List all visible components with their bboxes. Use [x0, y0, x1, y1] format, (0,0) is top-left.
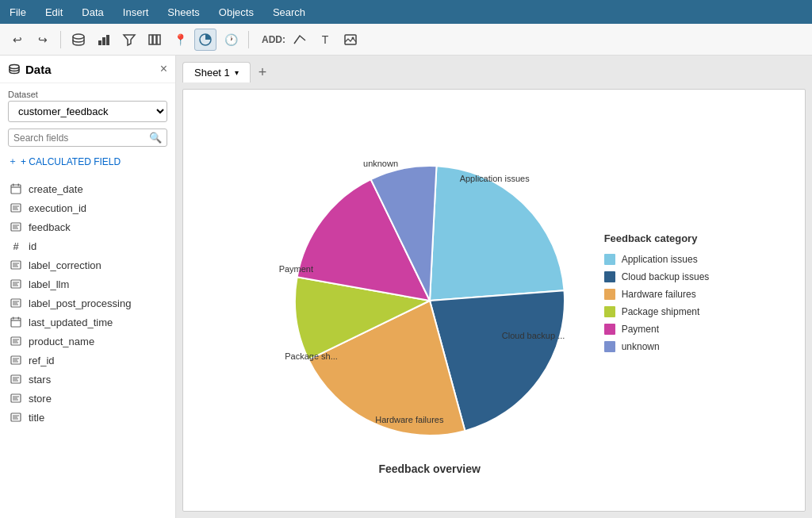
add-line-button[interactable] — [289, 29, 311, 51]
field-name-label_correction: label_correction — [29, 259, 102, 271]
legend-swatch — [604, 306, 615, 317]
data-icon — [71, 33, 86, 47]
field-item-stars[interactable]: stars — [0, 370, 175, 389]
pin-button[interactable]: 📍 — [169, 29, 191, 51]
field-type-icon-product_name — [10, 335, 22, 347]
menu-data[interactable]: Data — [79, 6, 106, 18]
svg-rect-2 — [102, 37, 105, 45]
legend-label: unknown — [622, 341, 660, 352]
calc-field-plus: ＋ — [8, 155, 17, 168]
filter-icon — [122, 33, 136, 47]
menu-edit[interactable]: Edit — [42, 6, 66, 18]
sidebar-title: Data — [8, 63, 52, 76]
pie-segment-application-issues[interactable] — [430, 166, 565, 301]
sidebar-close-button[interactable]: × — [160, 62, 167, 76]
calc-field-button[interactable]: ＋ + CALCULATED FIELD — [8, 153, 167, 170]
menu-bar: File Edit Data Insert Sheets Objects Sea… — [0, 0, 812, 24]
menu-insert[interactable]: Insert — [120, 6, 152, 18]
field-type-icon-store — [10, 392, 22, 405]
field-item-execution_id[interactable]: execution_id — [0, 198, 175, 217]
label-unknown: unknown — [363, 159, 398, 168]
field-item-feedback[interactable]: feedback — [0, 217, 175, 236]
field-item-label_post_processing[interactable]: label_post_processing — [0, 294, 175, 313]
search-box: 🔍 — [8, 129, 167, 147]
field-item-last_updated_time[interactable]: last_updated_time — [0, 313, 175, 332]
field-type-icon-ref_id — [10, 354, 22, 366]
clock-button[interactable]: 🕐 — [220, 29, 242, 51]
svg-point-10 — [10, 65, 19, 69]
columns-button[interactable] — [144, 29, 166, 51]
menu-objects[interactable]: Objects — [216, 6, 257, 18]
legend-label: Application issues — [622, 254, 698, 265]
search-input[interactable] — [13, 132, 149, 144]
chart-container: Application issues Cloud backup ... Hard… — [182, 89, 806, 512]
svg-point-9 — [352, 36, 354, 39]
toolbar-separator-1 — [60, 31, 61, 48]
menu-search[interactable]: Search — [270, 6, 308, 18]
add-image-button[interactable] — [339, 29, 362, 51]
tab-dropdown-icon[interactable]: ▾ — [235, 68, 239, 77]
dataset-select[interactable]: customer_feedback — [8, 101, 167, 122]
field-name-label_post_processing: label_post_processing — [29, 297, 131, 309]
field-type-icon-label_correction — [10, 259, 22, 271]
legend-item-application-issues: Application issues — [604, 254, 710, 265]
menu-sheets[interactable]: Sheets — [164, 6, 202, 18]
legend-swatch — [604, 324, 615, 335]
svg-rect-5 — [153, 35, 156, 44]
legend-title: Feedback category — [604, 232, 710, 244]
data-icon-button[interactable] — [67, 29, 90, 51]
field-item-ref_id[interactable]: ref_id — [0, 351, 175, 370]
filter-button[interactable] — [118, 29, 140, 51]
undo-button[interactable]: ↩ — [6, 29, 29, 51]
search-icon: 🔍 — [149, 132, 162, 144]
legend-label: Payment — [622, 324, 659, 335]
legend-item-unknown: unknown — [604, 341, 710, 352]
legend-label: Package shipment — [622, 306, 700, 317]
bar-chart-icon — [97, 33, 111, 47]
label-hardware: Hardware failures — [375, 415, 443, 424]
field-type-icon-feedback — [10, 221, 22, 233]
field-name-create_date: create_date — [29, 183, 83, 195]
chart-title: Feedback overview — [378, 462, 480, 475]
field-type-icon-execution_id — [10, 201, 22, 214]
legend-item-package-shipment: Package shipment — [604, 306, 710, 317]
svg-rect-4 — [149, 35, 152, 44]
tab-sheet1-label: Sheet 1 — [194, 67, 230, 79]
svg-rect-12 — [13, 184, 14, 186]
legend-swatch — [604, 289, 615, 300]
menu-file[interactable]: File — [6, 6, 29, 18]
field-item-create_date[interactable]: create_date — [0, 179, 175, 198]
field-item-store[interactable]: store — [0, 389, 175, 408]
field-item-product_name[interactable]: product_name — [0, 332, 175, 351]
tabs-bar: Sheet 1 ▾ + — [182, 62, 806, 82]
field-item-id[interactable]: #id — [0, 236, 175, 255]
field-name-ref_id: ref_id — [29, 355, 55, 366]
field-item-label_llm[interactable]: label_llm — [0, 274, 175, 294]
chart-wrapper: Application issues Cloud backup ... Hard… — [199, 106, 789, 495]
redo-button[interactable]: ↪ — [32, 29, 54, 51]
content-area: Sheet 1 ▾ + Application issues Cloud bac… — [176, 56, 812, 518]
chart-legend: Feedback category Application issuesClou… — [604, 232, 710, 352]
legend-item-cloud-backup-issues: Cloud backup issues — [604, 271, 710, 282]
field-item-label_correction[interactable]: label_correction — [0, 255, 175, 274]
field-name-execution_id: execution_id — [29, 202, 86, 214]
legend-label: Hardware failures — [622, 289, 696, 300]
svg-point-0 — [73, 34, 84, 39]
add-tab-button[interactable]: + — [254, 64, 272, 81]
toolbar-separator-2 — [248, 31, 249, 48]
pie-chart-button[interactable] — [194, 29, 216, 51]
field-item-title[interactable]: title — [0, 408, 175, 427]
svg-rect-21 — [18, 317, 20, 320]
bar-chart-button[interactable] — [93, 29, 115, 51]
tab-sheet1[interactable]: Sheet 1 ▾ — [182, 62, 251, 82]
image-icon — [343, 33, 358, 47]
add-text-button[interactable]: T — [314, 29, 336, 51]
field-name-stars: stars — [29, 374, 51, 386]
dataset-label: Dataset — [0, 83, 175, 101]
field-type-icon-title — [10, 411, 22, 424]
toolbar: ↩ ↪ 📍 🕐 ADD: — [0, 24, 812, 56]
svg-rect-3 — [106, 35, 109, 45]
field-name-feedback: feedback — [29, 221, 71, 233]
svg-rect-6 — [157, 35, 160, 44]
field-name-last_updated_time: last_updated_time — [29, 317, 113, 328]
